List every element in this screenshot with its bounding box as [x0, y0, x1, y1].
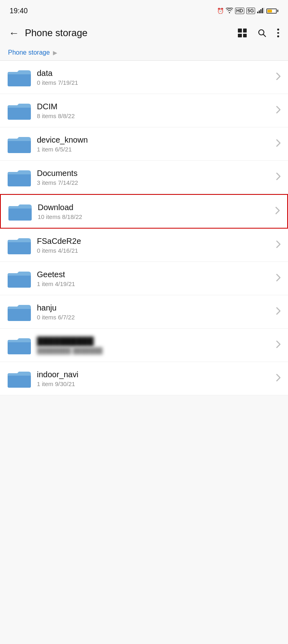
svg-rect-10: [8, 108, 31, 120]
status-time: 19:40: [10, 7, 28, 15]
folder-meta: 0 items 7/19/21: [37, 79, 273, 86]
folder-meta: 1 item 6/5/21: [37, 146, 273, 153]
svg-rect-2: [260, 9, 262, 13]
signal-icon: [257, 8, 264, 14]
status-bar: 19:40 ⏰ HD 5G: [0, 0, 288, 20]
svg-rect-26: [8, 376, 31, 388]
search-icon: [257, 28, 267, 38]
breadcrumb: Phone storage ▶: [0, 46, 288, 61]
folder-item[interactable]: hanju0 items 6/7/22: [0, 295, 288, 329]
svg-rect-18: [8, 242, 31, 254]
folder-icon: [8, 200, 32, 222]
file-info: indoor_navi1 item 9/30/21: [37, 370, 273, 387]
svg-rect-3: [262, 8, 263, 13]
folder-name: hanju: [37, 303, 273, 313]
file-info: data0 items 7/19/21: [37, 69, 273, 86]
folder-item[interactable]: data0 items 7/19/21: [0, 61, 288, 94]
folder-meta: ████████ ███████: [37, 347, 273, 354]
folder-icon: [7, 368, 31, 389]
svg-rect-14: [8, 174, 31, 186]
chevron-right-icon: [276, 374, 281, 384]
folder-item[interactable]: Download10 items 8/18/22: [0, 194, 288, 229]
folder-name: Geetest: [37, 270, 273, 279]
chevron-right-icon: [276, 106, 281, 116]
more-options-button[interactable]: [276, 27, 281, 39]
folder-name: data: [37, 69, 273, 78]
svg-line-6: [264, 35, 266, 37]
svg-rect-0: [257, 12, 258, 13]
file-info: hanju0 items 6/7/22: [37, 303, 273, 321]
hd-icon: HD: [235, 8, 244, 14]
breadcrumb-arrow-icon: ▶: [53, 49, 57, 56]
folder-name: ██████████: [37, 337, 273, 346]
folder-icon: [7, 133, 31, 155]
chevron-right-icon: [276, 274, 281, 284]
svg-rect-12: [8, 141, 31, 153]
folder-meta: 0 items 4/16/21: [37, 247, 273, 254]
grid-icon: [238, 29, 247, 37]
folder-name: FSaCdeR2e: [37, 237, 273, 246]
file-info: Download10 items 8/18/22: [38, 203, 272, 220]
folder-item[interactable]: ██████████████████ ███████: [0, 329, 288, 362]
chevron-right-icon: [276, 72, 281, 82]
battery-icon: [266, 8, 278, 14]
file-info: FSaCdeR2e0 items 4/16/21: [37, 237, 273, 254]
svg-rect-22: [8, 309, 31, 321]
chevron-right-icon: [276, 340, 281, 350]
svg-rect-16: [8, 209, 32, 221]
chevron-right-icon: [276, 240, 281, 250]
file-info: DCIM8 items 8/8/22: [37, 102, 273, 119]
folder-name: Documents: [37, 169, 273, 178]
chevron-right-icon: [275, 206, 280, 217]
file-info: Geetest1 item 4/19/21: [37, 270, 273, 287]
folder-icon: [7, 334, 31, 356]
svg-rect-24: [8, 342, 31, 354]
folder-item[interactable]: DCIM8 items 8/8/22: [0, 94, 288, 127]
folder-meta: 1 item 4/19/21: [37, 280, 273, 287]
folder-meta: 8 items 8/8/22: [37, 112, 273, 119]
folder-item[interactable]: Documents3 items 7/14/22: [0, 161, 288, 194]
page-title: Phone storage: [25, 27, 236, 39]
grid-view-button[interactable]: [236, 27, 248, 39]
svg-rect-4: [264, 8, 264, 13]
more-icon: [277, 29, 279, 37]
folder-icon: [7, 268, 31, 289]
file-list: data0 items 7/19/21 DCIM8 items 8/8/22 d…: [0, 61, 288, 395]
folder-name: Download: [38, 203, 272, 212]
folder-name: indoor_navi: [37, 370, 273, 379]
header-actions: [236, 27, 281, 39]
folder-icon: [7, 100, 31, 121]
folder-item[interactable]: device_known1 item 6/5/21: [0, 127, 288, 161]
folder-item[interactable]: Geetest1 item 4/19/21: [0, 262, 288, 295]
folder-item[interactable]: indoor_navi1 item 9/30/21: [0, 362, 288, 395]
alarm-icon: ⏰: [217, 8, 224, 14]
5g-icon: 5G: [246, 8, 255, 14]
svg-rect-20: [8, 276, 31, 288]
folder-icon: [7, 234, 31, 256]
file-info: ██████████████████ ███████: [37, 337, 273, 354]
folder-item[interactable]: FSaCdeR2e0 items 4/16/21: [0, 229, 288, 262]
file-info: Documents3 items 7/14/22: [37, 169, 273, 186]
status-icons: ⏰ HD 5G: [217, 8, 278, 14]
breadcrumb-phone-storage[interactable]: Phone storage: [8, 49, 50, 56]
svg-rect-8: [8, 74, 31, 86]
svg-rect-1: [259, 10, 260, 13]
folder-meta: 0 items 6/7/22: [37, 314, 273, 321]
chevron-right-icon: [276, 172, 281, 182]
back-button[interactable]: ←: [7, 25, 21, 41]
folder-name: device_known: [37, 135, 273, 145]
folder-icon: [7, 301, 31, 323]
folder-name: DCIM: [37, 102, 273, 111]
search-button[interactable]: [256, 27, 268, 39]
chevron-right-icon: [276, 139, 281, 149]
folder-icon: [7, 66, 31, 88]
folder-meta: 3 items 7/14/22: [37, 179, 273, 186]
chevron-right-icon: [276, 307, 281, 317]
folder-icon: [7, 166, 31, 188]
wifi-icon: [226, 8, 233, 14]
folder-meta: 10 items 8/18/22: [38, 213, 272, 220]
app-header: ← Phone storage: [0, 20, 288, 46]
file-info: device_known1 item 6/5/21: [37, 135, 273, 153]
folder-meta: 1 item 9/30/21: [37, 380, 273, 387]
